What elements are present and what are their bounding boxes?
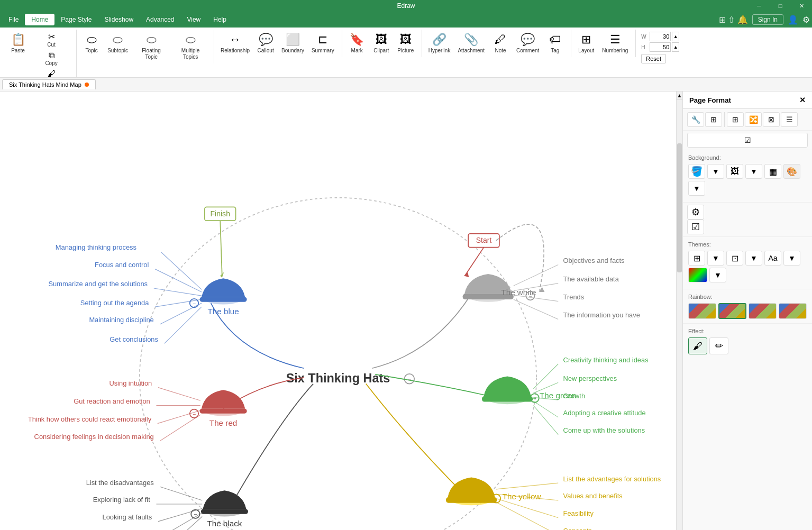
tab-label: Six Thinking Hats Mind Map [9,81,81,88]
copy-icon: ⧉ [49,51,54,60]
svg-line-7 [155,269,202,292]
canvas[interactable]: Six Thinking Hats − The blue − Managing … [0,92,676,530]
panel-icon-layout[interactable]: ⊞ [705,112,722,127]
bg-color-box[interactable]: 🎨 [783,164,800,179]
gear-icon[interactable]: ⚙ [687,205,704,220]
black-branch-1: List the disadvantages [86,479,154,487]
menu-item-file[interactable]: File [2,14,25,25]
svg-line-58 [220,221,222,275]
rainbow-item-4[interactable] [779,303,807,319]
tag-button[interactable]: 🏷 Tag [543,31,567,56]
panel-collapse-icon[interactable]: ✕ [799,96,806,104]
tag-icon: 🏷 [549,33,561,47]
theme-font-btn[interactable]: Aa [764,251,781,266]
menu-item-home[interactable]: Home [25,14,54,25]
floating-topic-button[interactable]: ⬭ Floating Topic [132,31,170,62]
width-up[interactable]: ▲ [672,32,679,41]
toolbar-icons: ⊞ ⇧ 🔔 [719,15,748,25]
relationship-button[interactable]: ↔ Relationship [217,31,253,56]
panel-checklist-icon[interactable]: ☑ [687,133,808,148]
layout-button[interactable]: ⊞ Layout [574,31,598,56]
panel-icon-3[interactable]: ⊞ [727,112,744,127]
theme-dropdown-1[interactable]: ▼ [707,251,724,266]
theme-dropdown-3[interactable]: ▼ [783,251,800,266]
picture-button[interactable]: 🖼 Picture [394,31,417,56]
panel-icon-4[interactable]: 🔀 [745,112,762,127]
sign-in-button[interactable]: Sign In [752,14,783,25]
subtopic-icon: ⬭ [113,33,123,47]
format-painter-button[interactable]: 🖌 Format Painter [31,68,72,78]
scroll-thumb[interactable] [677,143,682,273]
subtopic-button[interactable]: ⬭ Subtopic [104,31,131,56]
theme-grid-2[interactable]: ⊡ [726,251,743,266]
bg-color-box-dropdown[interactable]: ▼ [688,181,705,196]
ribbon: 📋 Paste ✂ Cut ⧉ Copy 🖌 Format Painter [0,28,812,78]
clipart-button[interactable]: 🖼 Clipart [370,31,393,56]
vertical-scrollbar[interactable]: ▲ ▼ [676,92,682,530]
bg-pattern-button[interactable]: ▦ [764,164,781,179]
height-input[interactable] [650,42,671,52]
boundary-button[interactable]: ⬜ Boundary [278,31,307,56]
bg-color-dropdown[interactable]: ▼ [707,164,724,179]
rainbow-grid [688,303,807,319]
green-branch-5: Come up with the solutions [563,426,645,434]
summary-button[interactable]: ⊏ Summary [308,31,337,56]
theme-color-dropdown[interactable]: ▼ [709,268,726,282]
panel-icon-5[interactable]: ⊠ [763,112,780,127]
yellow-branch-4: Concepts [563,527,592,530]
rainbow-item-3[interactable] [749,303,777,319]
tab-area: Six Thinking Hats Mind Map [0,78,812,92]
media-group: 🔖 Mark 🖼 Clipart 🖼 Picture [343,30,422,57]
close-button[interactable]: ✕ [791,0,812,12]
note-button[interactable]: 🖊 Note [489,31,512,56]
comment-button[interactable]: 💬 Comment [513,31,542,56]
theme-grid-1[interactable]: ⊞ [688,251,705,266]
red-branch-1: Using intuition [109,379,152,387]
effect-btn-1[interactable]: 🖌 [688,337,707,354]
multiple-topics-button[interactable]: ⬭ Multiple Topics [171,31,209,62]
bg-image-button[interactable]: 🖼 [726,164,743,179]
menu-item-help[interactable]: Help [207,14,233,25]
theme-dropdown-2[interactable]: ▼ [745,251,762,266]
rainbow-item-1[interactable] [688,303,716,319]
svg-line-8 [154,288,202,296]
hyperlink-button[interactable]: 🔗 Hyperlink [425,31,454,56]
bg-image-dropdown[interactable]: ▼ [745,164,762,179]
blue-hat-label: The blue [207,307,239,316]
theme-color-btn[interactable] [688,268,707,282]
numbering-icon: ☰ [610,33,621,47]
reset-button[interactable]: Reset [641,54,666,63]
minimize-button[interactable]: ─ [749,0,770,12]
scroll-up-button[interactable]: ▲ [677,92,682,100]
document-tab[interactable]: Six Thinking Hats Mind Map [2,79,96,89]
copy-button[interactable]: ⧉ Copy [31,50,72,67]
maximize-button[interactable]: □ [770,0,791,12]
paste-button[interactable]: 📋 Paste [6,31,30,56]
black-branch-3: Looking at faults [102,513,152,521]
numbering-button[interactable]: ☰ Numbering [599,31,631,56]
settings-icon[interactable]: ⚙ [802,15,810,25]
rainbow-item-2[interactable] [718,303,746,319]
svg-rect-13 [200,408,247,413]
menu-item-view[interactable]: View [180,14,207,25]
panel-icon-6[interactable]: ☰ [781,112,798,127]
white-branch-4: The information you have [563,311,640,319]
user-icon[interactable]: 👤 [788,15,798,25]
menu-item-advanced[interactable]: Advanced [140,14,180,25]
attachment-button[interactable]: 📎 Attachment [454,31,488,56]
height-label: H [641,44,649,50]
width-input[interactable] [650,32,671,41]
bg-fill-button[interactable]: 🪣 [688,164,705,179]
yellow-hat-label: The yellow [503,492,542,501]
panel-icon-1[interactable]: 🔧 [687,112,704,127]
menu-item-slideshow[interactable]: Slideshow [98,14,140,25]
topic-button[interactable]: ⬭ Topic [80,31,103,56]
callout-button[interactable]: 💬 Callout [254,31,277,56]
blue-branch-3: Summarize and get the solutions [49,280,148,288]
mark-button[interactable]: 🔖 Mark [345,31,369,56]
menu-item-pagestyle[interactable]: Page Style [54,14,98,25]
effect-btn-2[interactable]: ✏ [709,337,728,354]
check-icon[interactable]: ☑ [687,220,704,234]
cut-button[interactable]: ✂ Cut [31,31,72,49]
height-up[interactable]: ▲ [672,42,679,52]
